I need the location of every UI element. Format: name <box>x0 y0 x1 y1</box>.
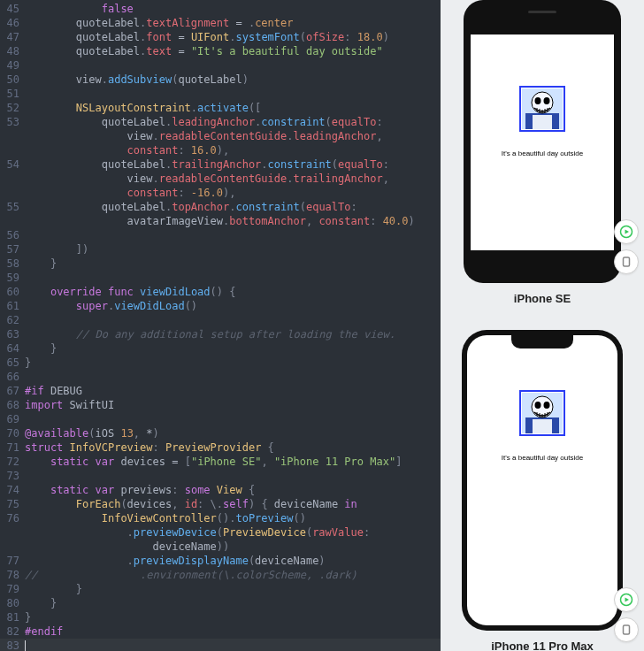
line-number: 82 <box>0 624 25 639</box>
device-select-button[interactable] <box>614 617 639 642</box>
line-source[interactable]: } <box>25 356 441 370</box>
line-source[interactable] <box>25 412 441 426</box>
code-line[interactable]: 46 quoteLabel.textAlignment = .center <box>0 16 441 30</box>
line-source[interactable]: InfoViewController().toPreview() <box>25 511 441 525</box>
line-source[interactable] <box>25 87 441 101</box>
line-source[interactable] <box>25 58 441 73</box>
code-line[interactable]: .previewDevice(PreviewDevice(rawValue: <box>0 525 441 540</box>
code-line[interactable]: 77 .previewDisplayName(deviceName) <box>0 554 441 568</box>
code-line[interactable]: avatarImageView.bottomAnchor, constant: … <box>0 214 441 228</box>
code-line[interactable]: 53 quoteLabel.leadingAnchor.constraint(e… <box>0 115 441 129</box>
code-editor[interactable]: 45 false46 quoteLabel.textAlignment = .c… <box>0 0 441 651</box>
code-line[interactable]: 83 <box>0 639 441 651</box>
code-line[interactable]: 59 <box>0 271 441 285</box>
code-line[interactable]: 75 ForEach(devices, id: \.self) { device… <box>0 497 441 511</box>
code-line[interactable]: 74 static var previews: some View { <box>0 483 441 497</box>
code-line[interactable]: 48 quoteLabel.text = "It's a beautiful d… <box>0 44 441 58</box>
code-line[interactable]: 71struct InfoVCPreview: PreviewProvider … <box>0 440 441 455</box>
line-source[interactable] <box>25 313 441 327</box>
code-line[interactable]: 57 ]) <box>0 242 441 257</box>
code-line[interactable]: constant: -16.0), <box>0 186 441 200</box>
code-line[interactable]: 55 quoteLabel.topAnchor.constraint(equal… <box>0 200 441 214</box>
line-source[interactable]: constant: 16.0), <box>25 143 441 157</box>
line-source[interactable]: } <box>25 610 441 624</box>
line-source[interactable]: import SwiftUI <box>25 398 441 412</box>
code-line[interactable]: 51 <box>0 87 441 101</box>
code-line[interactable]: 64 } <box>0 341 441 356</box>
line-source[interactable]: // .environment(\.colorScheme, .dark) <box>25 568 441 582</box>
line-source[interactable]: } <box>25 257 441 271</box>
code-line[interactable]: 56 <box>0 228 441 242</box>
line-source[interactable] <box>25 228 441 242</box>
line-source[interactable]: deviceName)) <box>25 540 441 554</box>
line-source[interactable]: } <box>25 582 441 596</box>
line-source[interactable]: .previewDevice(PreviewDevice(rawValue: <box>25 525 441 540</box>
line-source[interactable] <box>25 469 441 483</box>
code-line[interactable]: 82#endif <box>0 624 441 639</box>
code-line[interactable]: 62 <box>0 313 441 327</box>
play-button[interactable] <box>614 219 639 244</box>
code-line[interactable]: 81} <box>0 610 441 624</box>
code-line[interactable]: 61 super.viewDidLoad() <box>0 299 441 313</box>
line-source[interactable]: quoteLabel.textAlignment = .center <box>25 16 441 30</box>
line-source[interactable]: quoteLabel.font = UIFont.systemFont(ofSi… <box>25 30 441 44</box>
line-source[interactable] <box>25 370 441 384</box>
line-source[interactable]: super.viewDidLoad() <box>25 299 441 313</box>
line-number: 68 <box>0 398 25 412</box>
code-line[interactable]: 78// .environment(\.colorScheme, .dark) <box>0 568 441 582</box>
line-source[interactable]: view.readableContentGuide.leadingAnchor, <box>25 129 441 143</box>
line-source[interactable]: // Do any additional setup after loading… <box>25 327 441 341</box>
line-source[interactable]: struct InfoVCPreview: PreviewProvider { <box>25 440 441 455</box>
line-source[interactable]: NSLayoutConstraint.activate([ <box>25 101 441 115</box>
code-line[interactable]: deviceName)) <box>0 540 441 554</box>
code-line[interactable]: view.readableContentGuide.leadingAnchor, <box>0 129 441 143</box>
code-line[interactable]: 65} <box>0 356 441 370</box>
code-line[interactable]: 45 false <box>0 2 441 16</box>
line-source[interactable]: quoteLabel.trailingAnchor.constraint(equ… <box>25 157 441 172</box>
line-source[interactable]: @available(iOS 13, *) <box>25 426 441 440</box>
code-line[interactable]: 49 <box>0 58 441 73</box>
code-line[interactable]: 63 // Do any additional setup after load… <box>0 327 441 341</box>
line-source[interactable]: quoteLabel.topAnchor.constraint(equalTo: <box>25 200 441 214</box>
code-line[interactable]: 67#if DEBUG <box>0 384 441 398</box>
line-source[interactable] <box>25 639 441 651</box>
line-source[interactable]: view.readableContentGuide.trailingAnchor… <box>25 172 441 186</box>
code-line[interactable]: constant: 16.0), <box>0 143 441 157</box>
line-source[interactable]: avatarImageView.bottomAnchor, constant: … <box>25 214 441 228</box>
line-source[interactable]: #endif <box>25 624 441 639</box>
line-source[interactable]: constant: -16.0), <box>25 186 441 200</box>
preview-canvas[interactable]: It's a beautiful day outside iPhone SE <box>441 0 644 651</box>
code-line[interactable]: 47 quoteLabel.font = UIFont.systemFont(o… <box>0 30 441 44</box>
code-line[interactable]: 70@available(iOS 13, *) <box>0 426 441 440</box>
line-source[interactable]: override func viewDidLoad() { <box>25 285 441 299</box>
code-line[interactable]: 79 } <box>0 582 441 596</box>
line-source[interactable]: false <box>25 2 441 16</box>
code-line[interactable]: 54 quoteLabel.trailingAnchor.constraint(… <box>0 157 441 172</box>
line-source[interactable]: ]) <box>25 242 441 257</box>
line-source[interactable]: ForEach(devices, id: \.self) { deviceNam… <box>25 497 441 511</box>
line-source[interactable] <box>25 271 441 285</box>
code-line[interactable]: 52 NSLayoutConstraint.activate([ <box>0 101 441 115</box>
code-line[interactable]: 69 <box>0 412 441 426</box>
line-source[interactable]: quoteLabel.leadingAnchor.constraint(equa… <box>25 115 441 129</box>
code-line[interactable]: 68import SwiftUI <box>0 398 441 412</box>
code-line[interactable]: 60 override func viewDidLoad() { <box>0 285 441 299</box>
line-source[interactable]: } <box>25 596 441 610</box>
line-source[interactable]: #if DEBUG <box>25 384 441 398</box>
play-button[interactable] <box>614 587 639 612</box>
code-line[interactable]: 50 view.addSubview(quoteLabel) <box>0 73 441 87</box>
line-source[interactable]: quoteLabel.text = "It's a beautiful day … <box>25 44 441 58</box>
line-source[interactable]: .previewDisplayName(deviceName) <box>25 554 441 568</box>
line-source[interactable]: static var previews: some View { <box>25 483 441 497</box>
code-line[interactable]: view.readableContentGuide.trailingAnchor… <box>0 172 441 186</box>
line-source[interactable]: } <box>25 341 441 356</box>
code-line[interactable]: 72 static var devices = ["iPhone SE", "i… <box>0 455 441 469</box>
line-source[interactable]: view.addSubview(quoteLabel) <box>25 73 441 87</box>
code-line[interactable]: 73 <box>0 469 441 483</box>
code-line[interactable]: 66 <box>0 370 441 384</box>
code-line[interactable]: 80 } <box>0 596 441 610</box>
line-source[interactable]: static var devices = ["iPhone SE", "iPho… <box>25 455 441 469</box>
code-line[interactable]: 58 } <box>0 257 441 271</box>
device-select-button[interactable] <box>614 249 639 274</box>
code-line[interactable]: 76 InfoViewController().toPreview() <box>0 511 441 525</box>
